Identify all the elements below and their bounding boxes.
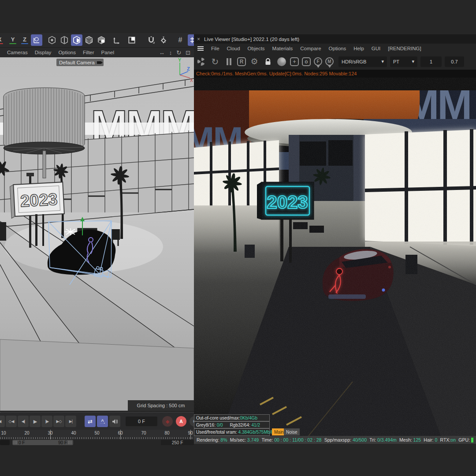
polygons-mode-button[interactable]	[71, 34, 82, 46]
dolly-view-icon[interactable]: ↕	[169, 49, 172, 56]
axis-x-lock-button[interactable]: X	[0, 34, 5, 46]
edges-mode-icon	[60, 36, 69, 45]
sign-text: 2023	[20, 190, 58, 210]
region-render-button[interactable]: R	[237, 57, 246, 66]
chevron-down-icon: ▾	[381, 59, 384, 64]
range-max-field[interactable]: 250 F	[161, 440, 194, 445]
buffer-readout: Grey8/16: 0/0 Rgb32/64: 41/2	[194, 421, 270, 428]
workplane-button[interactable]	[126, 34, 138, 46]
preview-range-slider[interactable]: 0 F 90 F	[12, 440, 73, 445]
kernel-dropdown[interactable]: PT▾	[390, 56, 417, 67]
stat-hair: Hair: 0	[424, 437, 437, 443]
axis-y-lock-button[interactable]: Y	[7, 34, 19, 46]
tab-noise[interactable]: Noise	[284, 428, 300, 435]
axis-z-label: Z	[23, 36, 26, 43]
axis-z-lock-button[interactable]: Z	[19, 34, 30, 46]
current-frame-field[interactable]: 0 F	[126, 416, 157, 426]
hamburger-menu-icon[interactable]	[197, 46, 204, 51]
points-mode-button[interactable]	[46, 34, 58, 46]
light-star-gizmo[interactable]	[64, 228, 77, 235]
render-grain	[194, 78, 476, 436]
c4d-3d-viewport[interactable]: MMMM	[0, 57, 194, 411]
model-mode-button[interactable]	[83, 34, 95, 46]
points-mode-icon	[48, 36, 56, 45]
workplane-icon	[127, 36, 136, 45]
resolution-scale-field[interactable]: 0.7	[445, 56, 464, 67]
play-button[interactable]: ▶	[30, 416, 41, 427]
menu-gui[interactable]: GUI	[372, 46, 380, 51]
menu-objects[interactable]: Objects	[248, 46, 265, 51]
object-axis-mode-button[interactable]	[96, 34, 107, 46]
colorspace-dropdown[interactable]: HDR/sRGB▾	[338, 56, 387, 67]
add-node-button[interactable]: +	[290, 57, 299, 66]
next-key-button[interactable]: ▶◇	[53, 416, 64, 427]
world-axis-icon	[33, 36, 41, 44]
animation-toolbar: |◀ ◇◀ ◀| ▶ |▶ ▶◇ ▶| ⇄ A ···▪ 0 F ◆ A ⚙	[0, 412, 194, 430]
snap-settings-button[interactable]	[158, 34, 169, 46]
menu-cameras[interactable]: Cameras	[7, 50, 28, 55]
material-picker-pin-icon[interactable]: M	[325, 57, 334, 66]
record-keyframe-button[interactable]: ◆	[162, 416, 173, 427]
tick-80: 80	[162, 431, 172, 435]
stat-mesh: Mesh: 125	[399, 437, 421, 443]
range-left-box[interactable]	[0, 440, 10, 445]
left-post[interactable]	[0, 222, 6, 241]
pan-view-icon[interactable]: ↔	[159, 49, 165, 56]
menu-materials[interactable]: Materials	[272, 46, 293, 51]
wireframe-scene: MMMM	[0, 57, 194, 411]
live-viewer-titlebar[interactable]: × Live Viewer [Studio+] 2022.1 (20 days …	[194, 34, 476, 44]
focus-picker-pin-icon[interactable]: F	[314, 57, 322, 66]
stat-rtx: RTX:on	[440, 437, 456, 443]
enable-axis-button[interactable]	[111, 34, 123, 46]
model-mode-icon	[85, 36, 93, 45]
out-of-core-readout: Out-of-core used/max:0Kb/4Gb	[194, 414, 270, 421]
menu-cloud[interactable]: Cloud	[227, 46, 240, 51]
render-view[interactable]: MMM MM	[194, 78, 476, 436]
live-viewer-toolbar: ↻ R ⚙ + o F M HDR/sRGB▾ PT▾ 1 0.7	[194, 53, 476, 70]
pause-render-icon[interactable]	[223, 56, 234, 67]
octane-logo-icon[interactable]	[196, 56, 207, 67]
sign-2023-wireframe[interactable]: 2023	[10, 182, 64, 218]
previous-key-button[interactable]: ◇◀	[6, 416, 17, 427]
sound-toggle-button[interactable]	[109, 416, 120, 427]
key-interpolation-button[interactable]: A ···▪	[97, 416, 108, 427]
previous-frame-button[interactable]: ◀|	[18, 416, 29, 427]
keying-settings-gear-button[interactable]: ⚙	[190, 416, 194, 427]
goto-start-button[interactable]: |◀	[0, 416, 5, 427]
menu-compare[interactable]: Compare	[300, 46, 321, 51]
toggle-view-icon[interactable]: ⊡	[186, 49, 190, 56]
menu-filter[interactable]: Filter	[83, 50, 94, 55]
menu-panel[interactable]: Panel	[101, 50, 114, 55]
timeline-ruler[interactable]: 10 20 30 40 50 60 70 80 90	[0, 430, 194, 439]
range-grip-right[interactable]	[68, 441, 72, 444]
next-frame-button[interactable]: |▶	[41, 416, 52, 427]
speaker-icon	[112, 419, 118, 424]
object-picker-button[interactable]: o	[302, 57, 311, 66]
quantize-button[interactable]	[188, 34, 194, 46]
grid-toggle-button[interactable]: #	[175, 34, 186, 46]
render-statusbar: Rendering: 8% Ms/sec: 3.749 Time: 00 : 0…	[194, 436, 476, 444]
loop-mode-button[interactable]: ⇄	[85, 416, 96, 427]
edges-mode-button[interactable]	[59, 34, 70, 46]
menu-options[interactable]: Options	[329, 46, 346, 51]
active-camera-badge[interactable]: Default Camera	[56, 59, 104, 66]
tick-40: 40	[68, 431, 79, 435]
settings-gear-icon[interactable]: ⚙	[249, 56, 260, 67]
close-icon[interactable]: ×	[197, 36, 200, 42]
restart-render-icon[interactable]: ↻	[210, 56, 220, 67]
rotate-view-icon[interactable]: ↻	[176, 49, 181, 56]
scene-update-statusline: Check:0ms./1ms. MeshGen:0ms. Update[C]:0…	[194, 70, 476, 78]
world-coordinates-button[interactable]	[31, 34, 42, 46]
subsample-field[interactable]: 1	[420, 56, 442, 67]
quantize-grid-icon	[190, 36, 194, 44]
menu-file[interactable]: File	[211, 46, 219, 51]
menu-help[interactable]: Help	[353, 46, 364, 51]
lock-resolution-icon[interactable]	[263, 56, 273, 67]
snap-toggle-button[interactable]	[145, 34, 157, 46]
menu-options[interactable]: Options	[58, 50, 76, 55]
autokey-button[interactable]: A	[176, 416, 186, 427]
range-grip-left[interactable]	[14, 441, 17, 444]
goto-end-button[interactable]: ▶|	[65, 416, 76, 427]
menu-display[interactable]: Display	[35, 50, 52, 55]
material-ball-icon[interactable]	[276, 56, 287, 67]
